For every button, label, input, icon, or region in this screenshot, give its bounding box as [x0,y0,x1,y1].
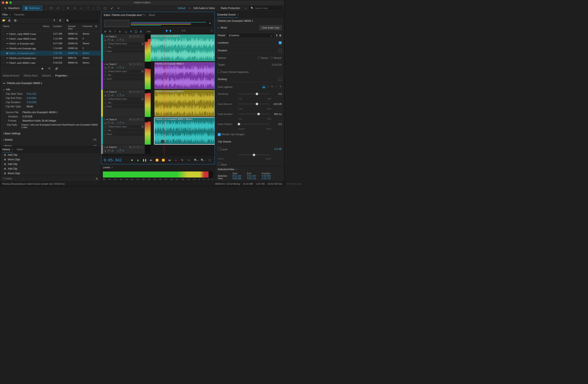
tab-favorites[interactable]: Favorites [14,13,24,16]
input-select[interactable]: Default Stereo Input› [107,125,141,128]
volume-knob[interactable] [107,66,110,69]
duck-unassigned-icon[interactable]: ✎ [279,85,282,89]
mini-loop-icon[interactable]: ↻ [48,67,53,71]
clip-start-time[interactable]: 0:01.322 [27,92,37,95]
favor-shorter-checkbox[interactable] [218,70,221,73]
selview-menu-icon[interactable]: ≡ [235,168,237,171]
volume-knob[interactable] [107,122,110,125]
workspace-default[interactable]: Default [175,7,188,10]
pan-knob[interactable] [119,149,122,152]
automation-select[interactable]: Read⌄ [106,105,144,108]
file-row[interactable]: ›⊶FileInfo.com Example.wav0:33.5298000 H… [0,56,101,60]
automation-select[interactable]: Read⌄ [106,133,144,136]
lasso-tool[interactable]: ◯ [102,6,108,11]
files-search[interactable]: 🔍 [65,19,99,23]
volume-knob[interactable] [107,94,110,97]
metronome-icon[interactable]: △ [124,29,128,34]
overview[interactable]: ✦ [103,20,212,27]
track-name[interactable]: Track 2 [109,63,128,65]
track-name[interactable]: Track 4 [109,118,128,121]
send-icon[interactable]: ⤴ [113,29,117,34]
audio-clip[interactable]: FileInfo.com Example2 48000 1 (Music) ♪ [154,118,215,144]
phase-icon[interactable]: ⊘ [142,98,144,100]
duck-music-icon[interactable]: ♪ [268,85,269,89]
automation-expand-icon[interactable]: › [104,106,105,108]
tab-markers[interactable]: Markers [42,74,51,77]
phase-icon[interactable]: ⊘ [142,42,144,45]
multitrack-mode[interactable]: Multitrack [22,6,42,11]
automation-select[interactable]: Read⌄ [106,77,144,81]
output-select[interactable]: Mix› [107,46,144,49]
rewind-button[interactable]: ⏪ [155,158,160,163]
solo-button[interactable]: S [133,146,136,149]
input-select[interactable]: Default Stereo Input› [107,70,141,73]
monitor-button[interactable]: I [140,63,144,66]
editor-menu-icon[interactable]: ≡ [144,14,146,17]
track-name[interactable]: Track 5 [109,146,128,149]
automation-expand-icon[interactable]: › [104,50,105,53]
sel-start[interactable]: 0:01.322 [232,175,247,177]
track-color[interactable] [101,117,103,145]
history-menu-icon[interactable]: ≡ [12,148,13,151]
zoom-full-icon[interactable]: ⬚ [207,158,212,163]
tab-effects-rack[interactable]: Effects Rack [24,74,38,77]
files-search-input[interactable] [69,20,97,22]
file-row[interactable]: ▦FileInf...m Example.sesx *1:25.76548000… [0,51,101,56]
skip-selection-button[interactable]: ⤳ [186,158,191,163]
remix-toggle[interactable]: › RemixOff [0,143,101,146]
record-button[interactable]: ● [173,158,179,163]
marquee-tool[interactable] [96,6,102,11]
monitor-button[interactable]: I [140,118,144,121]
track-name[interactable]: Track 3 [109,90,128,93]
remix-radio[interactable] [258,56,260,59]
maximize-window[interactable] [9,1,12,4]
track-expand-icon[interactable]: › [104,63,105,65]
file-row[interactable]: ›⊶FileInf...mple 48000 4.wav1:14.3494800… [0,36,101,41]
pan-knob[interactable] [119,39,122,42]
delete-preset-icon[interactable]: 🗑 [279,34,282,37]
solo-button[interactable]: S [133,118,136,121]
preset-select[interactable]: (Custom)⌄ [227,33,274,38]
ducking-section[interactable]: Ducking [218,77,282,82]
basic-settings[interactable]: › Basic Settings [0,130,101,137]
history-item[interactable]: ⊕Add Clip [0,167,101,171]
file-row[interactable]: ›⊶FileInf...ple2 48000 1.wav0:33.5294800… [0,60,101,65]
input-select[interactable]: Default Stereo Input› [107,97,141,101]
duck-sfx-icon[interactable]: ✦ [271,85,273,89]
monitor-button[interactable]: I [140,35,144,38]
output-select[interactable]: Mix› [107,74,144,77]
brush-tool[interactable]: 🖌 [109,6,115,11]
duration-checkbox[interactable] [279,49,282,52]
workspace-edit-av[interactable]: Edit Audio to Video [191,7,217,10]
arm-button[interactable]: R [136,63,140,66]
level-checkbox[interactable] [218,147,221,150]
track-expand-icon[interactable]: › [104,90,105,93]
pan-knob[interactable] [119,94,122,97]
arm-button[interactable]: R [136,35,140,38]
audio-clip[interactable]: FileInfo.com Example 48000 3 [154,62,215,89]
clear-audio-type-button[interactable]: Clear Audio Type [259,25,282,30]
move-tool[interactable] [65,6,71,11]
pause-button[interactable]: ❚❚ [142,158,147,163]
clip-area[interactable] [151,145,215,154]
target-duration[interactable]: 0:33.529 [272,63,282,66]
timeline-ruler[interactable]: 0:10 0: [152,30,213,33]
monitor-clip-checkbox[interactable] [218,133,221,136]
mute-button[interactable]: M [129,90,132,93]
trash-icon[interactable]: 🗑 [59,19,63,23]
track-color[interactable] [101,34,103,62]
sel-duration[interactable]: 0:00.000 [262,175,276,177]
monitor-button[interactable]: I [140,146,144,149]
output-select[interactable]: Mix› [107,129,144,132]
clip-duration[interactable]: 0:33.529 [27,101,37,104]
search-help[interactable]: 🔍 [249,6,282,10]
workspace-radio[interactable]: Radio Production [218,7,242,10]
tab-properties[interactable]: Properties ≡ [55,74,69,77]
solo-button[interactable]: S [133,90,136,93]
waveform-mode[interactable]: Waveform [2,6,21,11]
playhead[interactable] [164,34,164,156]
eq-icon[interactable]: ⫼ [118,29,122,34]
duration-section[interactable]: Duration [218,48,282,53]
tab-media-browser[interactable]: Media Browser [3,74,20,77]
stretch-radio[interactable] [270,56,273,59]
